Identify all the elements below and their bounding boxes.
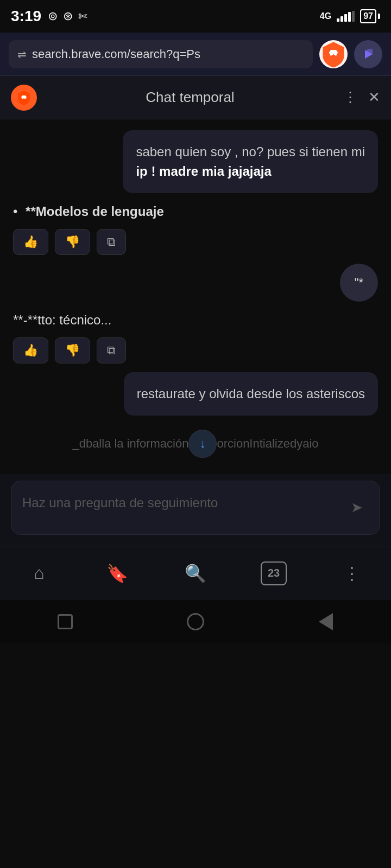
scroll-text-right: orcionIntializedyaio bbox=[217, 437, 318, 451]
battery-level: 97 bbox=[363, 11, 373, 21]
nav-home-button[interactable]: ⌂ bbox=[0, 546, 78, 600]
brave-icon bbox=[11, 85, 37, 111]
thumbs-down-icon-2: 👎 bbox=[65, 343, 80, 358]
android-recent-button[interactable] bbox=[43, 605, 87, 638]
thumbs-down-button[interactable]: 👎 bbox=[55, 229, 90, 255]
ai-response-2: **-**tto: técnico... 👍 👎 ⧉ bbox=[13, 310, 378, 363]
input-area: Haz una pregunta de seguimiento ➤ bbox=[0, 474, 391, 546]
network-badge: 4G bbox=[320, 11, 331, 21]
nav-menu-button[interactable]: ⋮ bbox=[313, 546, 391, 600]
ai-bullet-content: **Modelos de lenguaje bbox=[26, 204, 164, 219]
status-time: 3:19 bbox=[11, 8, 41, 25]
android-back-icon bbox=[319, 613, 333, 630]
svg-rect-0 bbox=[367, 49, 373, 54]
messages-area: saben quien soy , no? pues si tienen mi … bbox=[0, 119, 391, 474]
android-nav bbox=[0, 600, 391, 643]
scroll-row: _dballa la información ↓ orcionIntialize… bbox=[13, 429, 378, 459]
bookmark-icon: 🔖 bbox=[106, 563, 128, 584]
ai-response-1: • **Modelos de lenguaje 👍 👎 ⧉ bbox=[13, 202, 378, 255]
float-button[interactable]: "* bbox=[340, 264, 378, 302]
user-text-bold: ip ! madre mia jajajaja bbox=[136, 164, 271, 178]
search-icon: 🔍 bbox=[185, 563, 206, 584]
android-home-icon bbox=[187, 613, 204, 630]
battery-indicator: 97 bbox=[360, 9, 380, 23]
home-icon: ⌂ bbox=[34, 563, 44, 583]
ai-text-2: **-**tto: técnico... bbox=[13, 310, 378, 330]
scroll-text-left: _dballa la información bbox=[72, 437, 188, 451]
send-icon: ➤ bbox=[351, 499, 363, 516]
signal-bars bbox=[337, 11, 355, 22]
scroll-down-button[interactable]: ↓ bbox=[188, 430, 217, 458]
chat-title-area: Chat temporal bbox=[46, 89, 335, 106]
user-message-text-1: saben quien soy , no? pues si tienen mi … bbox=[136, 142, 365, 181]
menu-dots-icon: ⋮ bbox=[343, 563, 361, 584]
user-message-2: restaurate y olvida desde los asteriscos bbox=[124, 372, 378, 416]
chat-header: Chat temporal ⋮ ✕ bbox=[0, 76, 391, 119]
user-message-1: saben quien soy , no? pues si tienen mi … bbox=[123, 130, 378, 193]
android-home-button[interactable] bbox=[174, 605, 217, 638]
android-recent-icon bbox=[58, 614, 73, 629]
tab-count-badge: 23 bbox=[261, 561, 287, 585]
send-button[interactable]: ➤ bbox=[345, 495, 369, 519]
threads-icon: ⊚ bbox=[48, 9, 58, 23]
action-buttons-1: 👍 👎 ⧉ bbox=[13, 229, 378, 255]
url-bar[interactable]: ⇌ search.brave.com/search?q=Ps bbox=[9, 40, 313, 68]
thumbs-up-icon: 👍 bbox=[23, 235, 38, 249]
user-message-text-2: restaurate y olvida desde los asteriscos bbox=[137, 384, 365, 404]
bullet-point: • bbox=[13, 204, 17, 219]
float-icon: "* bbox=[355, 276, 363, 290]
thumbs-down-icon: 👎 bbox=[65, 235, 80, 249]
more-options-button[interactable]: ⋮ bbox=[343, 89, 357, 106]
tab-count: 23 bbox=[268, 567, 280, 579]
thumbs-up-button[interactable]: 👍 bbox=[13, 229, 48, 255]
user-text-2: restaurate y olvida desde los asteriscos bbox=[137, 386, 365, 401]
user-text-normal: saben quien soy , no? pues si tienen mi bbox=[136, 144, 365, 159]
android-back-button[interactable] bbox=[304, 605, 348, 638]
url-text: search.brave.com/search?q=Ps bbox=[32, 47, 304, 61]
input-placeholder[interactable]: Haz una pregunta de seguimiento bbox=[22, 493, 338, 513]
brave-logo-button[interactable] bbox=[319, 40, 348, 68]
nav-tabs-button[interactable]: 23 bbox=[235, 546, 313, 600]
nav-search-button[interactable]: 🔍 bbox=[156, 546, 235, 600]
copy-icon-2: ⧉ bbox=[107, 343, 116, 358]
thumbs-up-button-2[interactable]: 👍 bbox=[13, 337, 48, 363]
ai-bullet-text: • **Modelos de lenguaje bbox=[13, 202, 378, 221]
scroll-down-arrow-icon: ↓ bbox=[200, 437, 206, 451]
copy-button-2[interactable]: ⧉ bbox=[97, 337, 126, 363]
status-bar: 3:19 ⊚ ⊛ ✄ 4G 97 bbox=[0, 0, 391, 33]
phone-icon: ✄ bbox=[78, 10, 87, 23]
bottom-nav: ⌂ 🔖 🔍 23 ⋮ bbox=[0, 546, 391, 600]
close-button[interactable]: ✕ bbox=[368, 89, 380, 106]
copy-icon-1: ⧉ bbox=[107, 235, 116, 249]
thumbs-up-icon-2: 👍 bbox=[23, 343, 38, 358]
browser-menu-button[interactable] bbox=[354, 40, 382, 68]
chat-title: Chat temporal bbox=[146, 89, 234, 105]
thumbs-down-button-2[interactable]: 👎 bbox=[55, 337, 90, 363]
instagram-icon: ⊛ bbox=[63, 9, 73, 23]
url-settings-icon: ⇌ bbox=[17, 48, 27, 61]
nav-bookmark-button[interactable]: 🔖 bbox=[78, 546, 156, 600]
action-buttons-2: 👍 👎 ⧉ bbox=[13, 337, 378, 363]
copy-button-1[interactable]: ⧉ bbox=[97, 229, 126, 255]
input-box[interactable]: Haz una pregunta de seguimiento ➤ bbox=[11, 481, 380, 535]
browser-bar: ⇌ search.brave.com/search?q=Ps bbox=[0, 33, 391, 76]
